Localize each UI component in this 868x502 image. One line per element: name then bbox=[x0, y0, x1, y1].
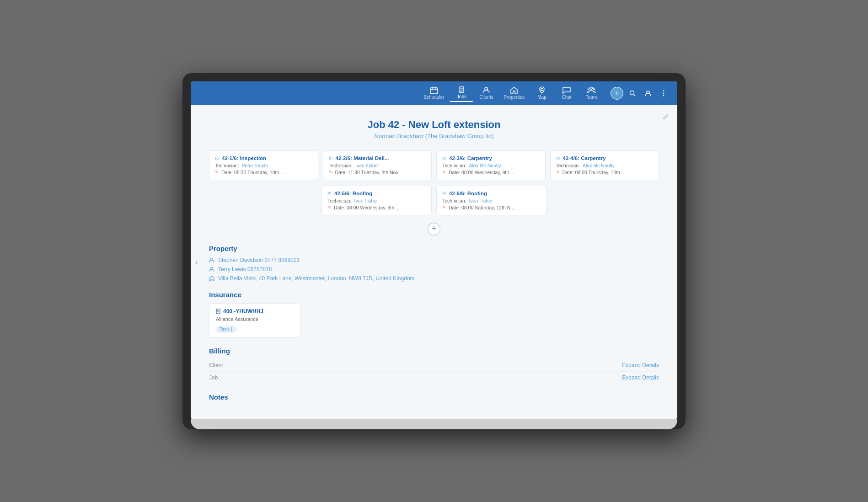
nav-item-scheduler[interactable]: Scheduler bbox=[419, 85, 449, 101]
visit-title-2: 42-2/6: Material Deli... bbox=[336, 155, 389, 161]
job-title: Job 42 - New Loft extension bbox=[209, 119, 659, 131]
task-badge: Task 1 bbox=[216, 326, 236, 333]
svg-rect-0 bbox=[430, 88, 438, 94]
property-contact-2[interactable]: Terry Lewis 08787878 bbox=[209, 266, 659, 272]
tech-name-2: Ivan Fisher bbox=[355, 163, 379, 168]
svg-rect-20 bbox=[216, 309, 220, 314]
billing-job-row: Job Expand Details bbox=[209, 372, 659, 384]
visit-card-4[interactable]: ◴ 42-4/6: Carpentry Technician: Alex Mc … bbox=[550, 150, 659, 180]
doc-icon-4: ✎ bbox=[556, 170, 560, 175]
visit-title-6: 42-6/6: Roofing bbox=[449, 191, 487, 196]
map-label: Map bbox=[537, 95, 546, 100]
nav-item-properties[interactable]: Properties bbox=[499, 85, 529, 101]
insurance-doc-icon bbox=[216, 309, 220, 314]
tech-name-4: Alex Mc Naulty bbox=[583, 163, 615, 168]
visit-date-3: Date: 08:00 Wednesday, 9th ... bbox=[449, 170, 514, 175]
tech-label-3: Technician: bbox=[442, 163, 466, 168]
visit-title-3: 42-3/6: Carpentry bbox=[449, 155, 492, 161]
insurance-card[interactable]: 400 -YHUWHHJ Alliance Assurance Task 1 bbox=[209, 303, 300, 338]
tech-name-1: Peter Smyth bbox=[242, 163, 268, 168]
visits-row1: ◴ 42-1/6: Inspection Technician: Peter S… bbox=[209, 150, 659, 180]
billing-title: Billing bbox=[209, 347, 659, 355]
visit-date-2: Date: 11:30 Tuesday, 8th Nov bbox=[335, 170, 398, 175]
search-button[interactable] bbox=[626, 87, 639, 100]
visits-row2: ◴ 42-5/6: Roofing Technician: Ivan Fishe… bbox=[321, 186, 547, 215]
contact-name-1: Stephen Davidson 0777 8899011 bbox=[218, 257, 300, 263]
client-label: Client bbox=[209, 362, 223, 368]
svg-point-7 bbox=[485, 87, 488, 90]
expand-job-button[interactable]: Expand Details bbox=[622, 374, 659, 381]
property-address[interactable]: Villa Bella Vista, 40 Park Lane, Westmin… bbox=[209, 275, 659, 282]
doc-icon-6: ✎ bbox=[442, 205, 446, 210]
tech-label-1: Technician: bbox=[215, 163, 239, 168]
map-icon bbox=[538, 86, 546, 94]
visit-date-1: Date: 08:30 Thursday, 10th ... bbox=[221, 170, 284, 175]
notes-title: Notes bbox=[209, 393, 659, 401]
clock-icon-1: ◴ bbox=[215, 155, 219, 160]
visit-card-2[interactable]: ◴ 42-2/6: Material Deli... Technician: I… bbox=[323, 150, 432, 180]
prev-arrow[interactable]: ‹ bbox=[195, 257, 198, 267]
visit-card-1[interactable]: ◴ 42-1/6: Inspection Technician: Peter S… bbox=[209, 150, 318, 180]
svg-point-16 bbox=[663, 92, 664, 94]
top-navigation: Scheduler Jobs bbox=[191, 81, 677, 105]
tech-label-6: Technician: bbox=[442, 198, 466, 203]
add-visit-button[interactable]: + bbox=[428, 223, 440, 235]
tech-name-3: Alex Mc Naulty bbox=[469, 163, 501, 168]
edit-button[interactable] bbox=[663, 113, 669, 121]
tech-label-4: Technician: bbox=[556, 163, 580, 168]
jobs-label: Jobs bbox=[457, 94, 466, 99]
billing-section: Billing Client Expand Details Job Expand… bbox=[209, 347, 659, 384]
insurance-number: 400 -YHUWHHJ bbox=[223, 308, 263, 315]
search-icon bbox=[629, 90, 636, 96]
expand-client-button[interactable]: Expand Details bbox=[622, 362, 659, 368]
nav-item-clients[interactable]: Clients bbox=[474, 85, 498, 101]
insurance-title: Insurance bbox=[209, 291, 659, 299]
svg-point-9 bbox=[590, 87, 593, 90]
visit-card-5[interactable]: ◴ 42-5/6: Roofing Technician: Ivan Fishe… bbox=[321, 186, 432, 215]
chat-label: Chat bbox=[562, 95, 571, 100]
property-contact-1[interactable]: Stephen Davidson 0777 8899011 bbox=[209, 257, 659, 263]
clients-icon bbox=[482, 86, 490, 94]
insurance-number-row: 400 -YHUWHHJ bbox=[216, 308, 294, 315]
visit-date-4: Date: 08:00 Thursday, 10th ... bbox=[563, 170, 626, 175]
scheduler-icon bbox=[430, 86, 438, 94]
clients-label: Clients bbox=[479, 95, 493, 100]
address-text: Villa Bella Vista, 40 Park Lane, Westmin… bbox=[218, 275, 415, 282]
nav-item-map[interactable]: Map bbox=[530, 85, 554, 101]
clock-icon-5: ◴ bbox=[327, 191, 332, 196]
add-button[interactable]: + bbox=[611, 87, 623, 100]
svg-point-15 bbox=[663, 90, 664, 91]
doc-icon-3: ✎ bbox=[442, 170, 446, 175]
scheduler-label: Scheduler bbox=[423, 95, 444, 100]
tech-label-5: Technician: bbox=[327, 198, 352, 203]
person-icon-2 bbox=[209, 267, 214, 272]
tech-name-6: Ivan Fisher bbox=[469, 198, 493, 203]
clock-icon-6: ◴ bbox=[442, 191, 446, 196]
tech-label-2: Technician: bbox=[329, 163, 353, 168]
clock-icon-2: ◴ bbox=[329, 155, 333, 160]
svg-point-11 bbox=[593, 88, 595, 90]
nav-item-jobs[interactable]: Jobs bbox=[450, 84, 473, 102]
svg-point-17 bbox=[663, 95, 664, 96]
tech-name-5: Ivan Fisher bbox=[354, 198, 378, 203]
more-button[interactable] bbox=[657, 87, 670, 100]
doc-icon-1: ✎ bbox=[215, 170, 219, 175]
laptop-base bbox=[191, 419, 677, 429]
nav-items: Scheduler Jobs bbox=[419, 84, 603, 102]
visit-title-5: 42-5/6: Roofing bbox=[334, 191, 372, 196]
visit-card-3[interactable]: ◴ 42-3/6: Carpentry Technician: Alex Mc … bbox=[436, 150, 546, 180]
svg-point-8 bbox=[541, 89, 543, 91]
team-label: Team bbox=[586, 95, 597, 100]
more-icon bbox=[663, 90, 664, 96]
team-icon bbox=[587, 86, 596, 94]
nav-item-chat[interactable]: Chat bbox=[555, 85, 579, 101]
visit-card-6[interactable]: ◴ 42-6/6: Roofing Technician: Ivan Fishe… bbox=[436, 186, 547, 215]
nav-item-team[interactable]: Team bbox=[579, 85, 603, 101]
contact-name-2: Terry Lewis 08787878 bbox=[218, 266, 272, 272]
user-button[interactable] bbox=[642, 87, 654, 100]
person-icon-1 bbox=[209, 257, 214, 263]
visit-title-4: 42-4/6: Carpentry bbox=[563, 155, 606, 161]
chat-icon bbox=[563, 86, 571, 94]
visit-date-5: Date: 08:00 Wednesday, 9th ... bbox=[334, 205, 400, 210]
main-content: ‹ Job 42 - New Loft extension Norman Bra… bbox=[191, 105, 677, 419]
